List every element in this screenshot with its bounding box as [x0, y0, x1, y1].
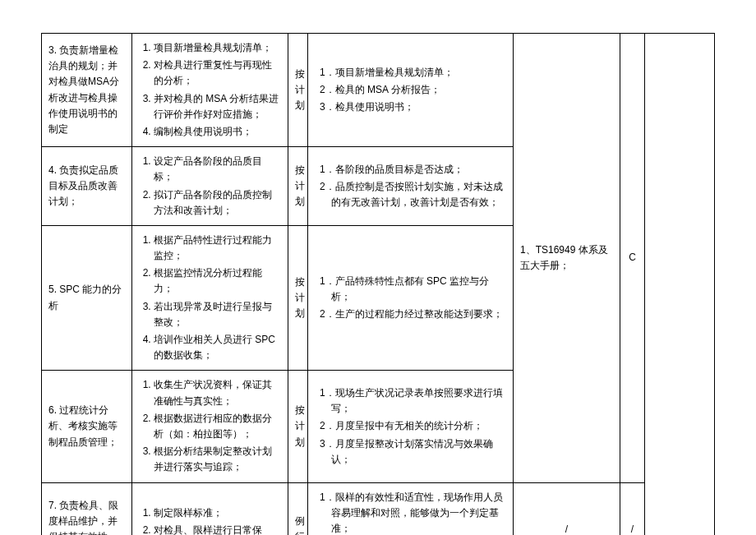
- list-item: 3．月度呈报整改计划落实情况与效果确认；: [331, 436, 506, 468]
- list-item: 收集生产状况资料，保证其准确性与真实性；: [154, 377, 281, 408]
- col-responsibility: 5. SPC 能力的分析: [42, 225, 132, 371]
- list-item: 根据监控情况分析过程能力；: [154, 265, 281, 297]
- list-item: 2．检具的 MSA 分析报告；: [331, 82, 506, 98]
- col-frequency: 按计划: [288, 147, 308, 226]
- col-responsibility: 6. 过程统计分析、考核实施等制程品质管理；: [42, 371, 132, 482]
- col-reference: 1、TS16949 体系及五大手册；: [514, 34, 620, 483]
- col-output: 1．产品特殊特性点都有 SPC 监控与分析；2．生产的过程能力经过整改能达到要求…: [308, 225, 514, 371]
- col-reference: /: [514, 482, 620, 535]
- list-item: 培训作业相关人员进行 SPC 的数据收集；: [154, 332, 281, 363]
- col-frequency: 按计划: [288, 371, 308, 482]
- list-item: 编制检具使用说明书；: [154, 124, 281, 140]
- list-item: 1．限样的有效性和适宜性，现场作用人员容易理解和对照，能够做为一个判定基准；: [331, 490, 506, 536]
- list-item: 对检具进行重复性与再现性的分析；: [154, 58, 281, 89]
- list-item: 项目新增量检具规划清单；: [154, 40, 281, 56]
- col-output: 1．现场生产状况记录表单按照要求进行填写；2．月度呈报中有无相关的统计分析；3．…: [308, 371, 514, 482]
- col-tasks: 制定限样标准；对检具、限样进行日常保养；: [132, 482, 288, 535]
- list-item: 1．各阶段的品质目标是否达成；: [331, 162, 506, 178]
- col-responsibility: 7. 负责检具、限度样品维护，并保持其有效性、适宜性；: [42, 482, 132, 535]
- col-responsibility: 4. 负责拟定品质目标及品质改善计划；: [42, 147, 132, 226]
- list-item: 对检具、限样进行日常保养；: [154, 523, 281, 535]
- list-item: 并对检具的 MSA 分析结果进行评价并作好对应措施；: [154, 91, 281, 122]
- col-frequency: 按计划: [288, 225, 308, 371]
- col-tasks: 项目新增量检具规划清单；对检具进行重复性与再现性的分析；并对检具的 MSA 分析…: [132, 34, 288, 147]
- list-item: 拟订产品各阶段的品质控制方法和改善计划；: [154, 187, 281, 219]
- spec-table: 3. 负责新增量检治具的规划；并对检具做MSA分析改进与检具操作使用说明书的制定…: [41, 33, 715, 535]
- col-tasks: 根据产品特性进行过程能力监控；根据监控情况分析过程能力；若出现异常及时进行呈报与…: [132, 225, 288, 371]
- col-blank: [645, 34, 715, 536]
- col-grade: /: [620, 482, 645, 535]
- list-item: 根据产品特性进行过程能力监控；: [154, 233, 281, 264]
- list-item: 2．月度呈报中有无相关的统计分析；: [331, 418, 506, 434]
- col-responsibility: 3. 负责新增量检治具的规划；并对检具做MSA分析改进与检具操作使用说明书的制定: [42, 34, 132, 147]
- col-frequency: 按计划: [288, 34, 308, 147]
- list-item: 1．产品特殊特性点都有 SPC 监控与分析；: [331, 274, 506, 305]
- col-output: 1．限样的有效性和适宜性，现场作用人员容易理解和对照，能够做为一个判定基准；2．…: [308, 482, 514, 535]
- col-tasks: 设定产品各阶段的品质目标；拟订产品各阶段的品质控制方法和改善计划；: [132, 147, 288, 226]
- col-output: 1．项目新增量检具规划清单；2．检具的 MSA 分析报告；3．检具使用说明书；: [308, 34, 514, 147]
- list-item: 根据数据进行相应的数据分析（如：柏拉图等）；: [154, 411, 281, 442]
- list-item: 根据分析结果制定整改计划并进行落实与追踪；: [154, 444, 281, 475]
- list-item: 1．项目新增量检具规划清单；: [331, 65, 506, 81]
- col-output: 1．各阶段的品质目标是否达成；2．品质控制是否按照计划实施，对未达成的有无改善计…: [308, 147, 514, 226]
- col-frequency: 例行: [288, 482, 308, 535]
- list-item: 若出现异常及时进行呈报与整改；: [154, 299, 281, 330]
- list-item: 1．现场生产状况记录表单按照要求进行填写；: [331, 385, 506, 417]
- list-item: 2．生产的过程能力经过整改能达到要求；: [331, 307, 506, 322]
- col-tasks: 收集生产状况资料，保证其准确性与真实性；根据数据进行相应的数据分析（如：柏拉图等…: [132, 371, 288, 482]
- list-item: 3．检具使用说明书；: [331, 99, 506, 115]
- list-item: 设定产品各阶段的品质目标；: [154, 154, 281, 185]
- list-item: 制定限样标准；: [154, 505, 281, 521]
- col-grade: C: [620, 34, 645, 483]
- list-item: 2．品质控制是否按照计划实施，对未达成的有无改善计划，改善计划是否有效；: [331, 179, 506, 210]
